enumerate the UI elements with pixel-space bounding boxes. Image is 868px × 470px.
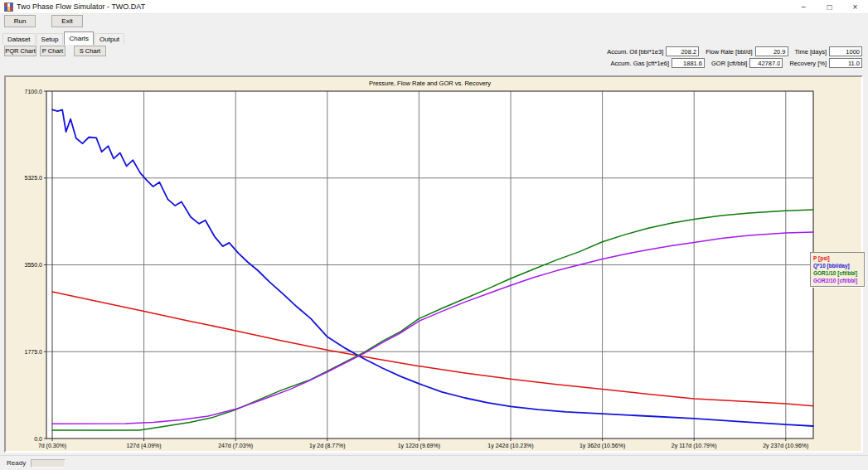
field-label: Flow Rate [bbl/d] xyxy=(706,48,752,56)
field-input-recovery[interactable] xyxy=(829,58,862,68)
field-input-accum[interactable] xyxy=(666,46,699,56)
run-button[interactable]: Run xyxy=(4,15,36,27)
window-title: Two Phase Flow Simulator - TWO.DAT xyxy=(17,2,145,11)
x-tick-label: 247d (7.03%) xyxy=(218,443,253,449)
tab-output[interactable]: Output xyxy=(95,33,124,45)
maximize-button[interactable]: □ xyxy=(817,0,842,13)
y-tick-label: 5325.0 xyxy=(25,175,43,181)
legend-item-p: P [psi] xyxy=(813,254,861,262)
field-input-flow[interactable] xyxy=(755,46,788,56)
p-chart-button[interactable]: P Chart xyxy=(40,46,65,56)
field-label: Accum. Gas [cft*1e6] xyxy=(611,60,669,67)
x-tick-label: 1y 122d (9.69%) xyxy=(398,443,440,449)
status-bar: Ready xyxy=(0,455,868,470)
field-input-time[interactable] xyxy=(829,46,862,56)
x-tick-label: 7d (0.30%) xyxy=(38,443,66,449)
chart-legend: P [psi]Q*10 [bbl/day]GOR1/10 [cft/bbl]GO… xyxy=(810,252,865,287)
x-tick-label: 2y 117d (10.79%) xyxy=(672,443,717,449)
x-tick-label: 127d (4.09%) xyxy=(127,443,162,449)
tab-dataset[interactable]: Dataset xyxy=(2,33,36,45)
y-tick-label: 1775.0 xyxy=(25,349,43,355)
status-progress-box xyxy=(31,459,65,468)
exit-button[interactable]: Exit xyxy=(51,15,83,27)
field-label: GOR [cft/bbl] xyxy=(711,60,747,67)
y-tick-label: 0.0 xyxy=(34,436,42,442)
close-button[interactable]: × xyxy=(842,0,868,13)
y-tick-label: 7100.0 xyxy=(25,89,43,94)
chart-panel: 0.01775.03550.05325.07100.07d (0.30%)127… xyxy=(4,75,863,453)
tab-setup[interactable]: Setup xyxy=(36,33,64,45)
s-chart-button[interactable]: S Chart xyxy=(74,46,106,56)
field-input-gor[interactable] xyxy=(749,58,783,68)
minimize-button[interactable]: − xyxy=(791,0,817,13)
y-tick-label: 3550.0 xyxy=(25,262,43,268)
legend-item-gor210: GOR2/10 [cft/bbl] xyxy=(813,277,861,284)
tab-charts[interactable]: Charts xyxy=(64,31,94,45)
field-label: Time [days] xyxy=(795,48,827,56)
field-label: Accum. Oil [bbl*1e3] xyxy=(607,48,663,56)
chart-title: Pressure, Flow Rate and GOR vs. Recovery xyxy=(369,80,491,87)
legend-item-gor110: GOR1/10 [cft/bbl] xyxy=(813,269,861,277)
status-text: Ready xyxy=(7,459,26,467)
title-bar: Two Phase Flow Simulator - TWO.DAT − □ × xyxy=(0,0,868,14)
legend-item-q10: Q*10 [bbl/day] xyxy=(813,262,861,269)
tab-strip: DatasetSetupChartsOutput xyxy=(2,33,125,45)
x-axis-title: Recovery/Time xyxy=(446,450,485,451)
pqr-chart-button[interactable]: PQR Chart xyxy=(4,46,36,56)
x-tick-label: 1y 362d (10.56%) xyxy=(579,443,625,449)
readout-fields: Accum. Oil [bbl*1e3]Flow Rate [bbl/d]Tim… xyxy=(607,46,862,70)
x-tick-label: 1y 2d (8.77%) xyxy=(309,443,346,449)
field-row: Accum. Gas [cft*1e6]GOR [cft/bbl]Recover… xyxy=(607,58,862,68)
field-label: Recovery [%] xyxy=(789,60,827,67)
x-tick-label: 1y 242d (10.23%) xyxy=(487,443,533,449)
app-icon xyxy=(4,2,13,12)
chart-buttons: PQR ChartP ChartS Chart xyxy=(4,46,106,56)
field-input-accum[interactable] xyxy=(672,58,705,68)
field-row: Accum. Oil [bbl*1e3]Flow Rate [bbl/d]Tim… xyxy=(607,46,862,56)
x-tick-label: 2y 237d (10.96%) xyxy=(763,443,808,449)
chart-svg: 0.01775.03550.05325.07100.07d (0.30%)127… xyxy=(6,77,861,451)
